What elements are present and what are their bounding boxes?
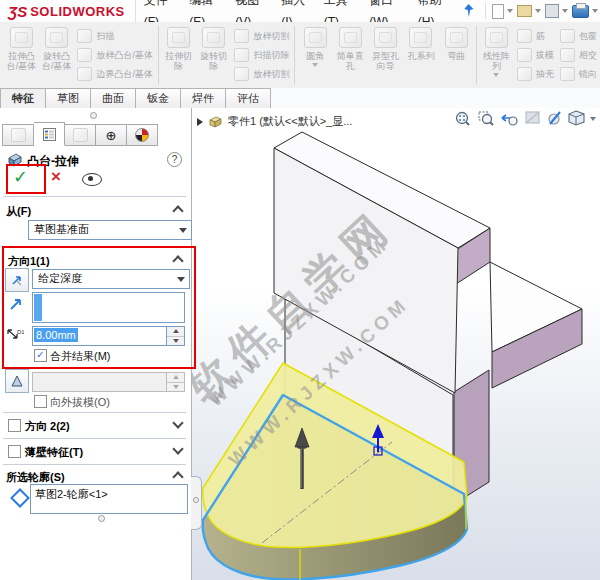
lofted-cut-button[interactable]: 放样切割 <box>234 28 289 44</box>
save-icon <box>545 4 559 18</box>
lofted-boss-button[interactable]: 放样凸台/基体 <box>77 47 153 63</box>
contour-item[interactable]: 草图2-轮廓<1> <box>35 487 108 502</box>
tab-sheet-metal[interactable]: 钣金 <box>136 88 181 109</box>
save-button[interactable] <box>545 4 568 18</box>
spinner-up-icon[interactable] <box>167 327 184 337</box>
simple-hole-button[interactable]: 简单直孔 <box>333 22 368 88</box>
lofted-cut-icon <box>234 29 249 43</box>
direction1-section-header[interactable]: 方向1(1) <box>8 254 50 269</box>
depth-spinner[interactable] <box>166 326 185 346</box>
previous-view-icon[interactable] <box>502 115 517 125</box>
revolved-boss-button[interactable]: 旋转凸台/基体 <box>39 22 74 88</box>
new-file-button[interactable] <box>492 4 513 19</box>
collapse-chevron-icon[interactable] <box>172 255 183 266</box>
help-icon[interactable]: ? <box>167 152 182 167</box>
reverse-direction-button[interactable] <box>5 268 29 292</box>
from-section-header[interactable]: 从(F) <box>6 204 31 219</box>
propertymanager-icon <box>43 128 56 141</box>
divider <box>294 26 295 84</box>
button-label: 拉伸凸台/基体 <box>5 51 38 71</box>
mirror-button[interactable]: 镜向 <box>560 66 597 82</box>
zoom-area-icon[interactable] <box>479 112 493 125</box>
merge-result-checkbox[interactable]: ✓ <box>34 349 47 362</box>
chevron-down-icon[interactable] <box>493 73 499 77</box>
divider <box>3 438 186 439</box>
edit-appearance-icon[interactable] <box>549 112 560 124</box>
flyout-feature-tree[interactable]: 零件1 (默认<<默认>_显... <box>197 114 352 129</box>
flex-button[interactable]: 弯曲 <box>439 22 474 88</box>
tab-sketch[interactable]: 草图 <box>46 88 91 109</box>
intersect-icon <box>560 48 575 62</box>
direction2-checkbox[interactable] <box>8 419 21 432</box>
view-orientation-icon[interactable] <box>569 111 596 125</box>
selected-contours-box[interactable]: 草图2-轮廓<1> <box>30 484 188 514</box>
swept-cut-button[interactable]: 扫描切除 <box>234 47 289 63</box>
panel-collapse-handle[interactable] <box>90 112 97 119</box>
cancel-button[interactable]: × <box>51 167 61 187</box>
pin-menu-icon[interactable] <box>462 3 475 20</box>
shell-button[interactable]: 抽壳 <box>517 66 554 82</box>
tab-surfaces[interactable]: 曲面 <box>91 88 136 109</box>
tab-features[interactable]: 特征 <box>0 88 46 109</box>
flyout-arrow-icon[interactable] <box>197 118 203 126</box>
tab-evaluate[interactable]: 评估 <box>226 88 271 109</box>
intersect-button[interactable]: 相交 <box>560 47 597 63</box>
divider <box>485 3 486 19</box>
direction2-section-header[interactable]: 方向 2(2) <box>25 419 70 434</box>
boundary-cut-button[interactable]: 放样切割 <box>234 66 289 82</box>
thin-feature-checkbox[interactable] <box>8 445 21 458</box>
draft-button[interactable]: 拔模 <box>517 47 554 63</box>
print-button[interactable] <box>572 5 598 18</box>
part-icon <box>208 115 223 128</box>
depth-input[interactable]: 8.00mm <box>32 326 167 346</box>
tab-configurations[interactable] <box>65 124 96 146</box>
tab-featuremanager-tree[interactable] <box>2 124 34 146</box>
tab-propertymanager[interactable] <box>34 122 65 146</box>
open-folder-icon <box>517 5 532 17</box>
expand-chevron-icon[interactable] <box>172 443 183 454</box>
draft-outward-checkbox[interactable] <box>34 395 47 408</box>
expand-chevron-icon[interactable] <box>172 417 183 428</box>
panel-splitter-tab[interactable] <box>191 476 202 530</box>
draft-angle-icon <box>9 374 25 388</box>
fillet-button[interactable]: 圆角 <box>297 22 332 88</box>
preview-eye-icon[interactable] <box>82 173 102 186</box>
spinner-down-icon[interactable] <box>167 337 184 346</box>
swept-cut-icon <box>234 48 249 62</box>
extruded-cut-icon <box>167 27 190 48</box>
hole-wizard-button[interactable]: 异型孔向导 <box>368 22 403 88</box>
linear-pattern-button[interactable]: 线性阵列 <box>479 22 514 88</box>
merge-result-label: 合并结果(M) <box>50 349 111 364</box>
swept-boss-button[interactable]: 扫描 <box>77 28 153 44</box>
hole-series-button[interactable]: 孔系列 <box>403 22 438 88</box>
boundary-boss-button[interactable]: 边界凸台/基体 <box>77 66 153 82</box>
revolved-cut-button[interactable]: 旋转切除 <box>196 22 231 88</box>
wrap-button[interactable]: 包覆 <box>560 28 597 44</box>
extruded-boss-button[interactable]: 拉伸凸台/基体 <box>4 22 39 88</box>
rib-button[interactable]: 筋 <box>517 28 554 44</box>
part-tree-label[interactable]: 零件1 (默认<<默认>_显... <box>228 114 352 129</box>
thin-feature-section-header[interactable]: 薄壁特征(T) <box>25 445 83 460</box>
from-condition-select[interactable]: 草图基准面 <box>28 220 192 240</box>
section-view-icon[interactable] <box>526 112 539 123</box>
graphics-viewport[interactable]: 软件自学网 WWW.RJZXW.COM WWW.RJZXW.COM <box>192 108 600 580</box>
shell-icon <box>517 67 532 81</box>
chevron-down-icon[interactable] <box>312 63 318 67</box>
open-file-button[interactable] <box>517 5 541 17</box>
direction-reference-box[interactable] <box>32 292 185 323</box>
draft-on-off-button[interactable] <box>5 369 29 393</box>
tab-dimxpert[interactable]: ⊕ <box>96 124 127 146</box>
collapse-chevron-icon[interactable] <box>172 205 183 216</box>
selected-contours-header[interactable]: 所选轮廓(S) <box>6 470 65 485</box>
extruded-cut-button[interactable]: 拉伸切除 <box>161 22 196 88</box>
collapse-chevron-icon[interactable] <box>172 471 183 482</box>
logo-glyph: ƷS <box>8 3 27 20</box>
resize-handle[interactable] <box>98 515 105 522</box>
lofted-boss-icon <box>77 48 92 62</box>
tab-weldments[interactable]: 焊件 <box>181 88 226 109</box>
ok-button[interactable]: ✓ <box>13 166 28 188</box>
end-condition-select[interactable]: 给定深度 <box>32 269 190 289</box>
tab-displaymanager[interactable] <box>127 124 158 146</box>
logo-word: SOLIDWORKS <box>30 4 125 19</box>
zoom-fit-icon[interactable] <box>457 113 470 126</box>
